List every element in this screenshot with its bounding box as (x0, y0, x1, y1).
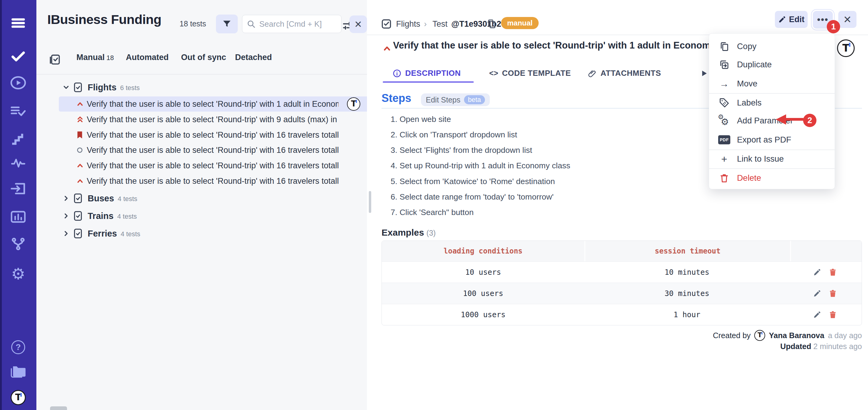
hamburger-menu-icon[interactable] (10, 15, 26, 31)
test-row[interactable]: Verify that the user is able to select '… (36, 112, 367, 127)
edit-row-icon[interactable] (813, 289, 821, 298)
annotation-badge-1: 1 (827, 20, 840, 33)
help-icon[interactable]: ? (11, 340, 25, 354)
test-row[interactable]: Verify that the user is able to select '… (36, 174, 367, 189)
menu-item-copy[interactable]: Copy (709, 38, 835, 55)
menu-label: Copy (737, 41, 756, 51)
edit-row-icon[interactable] (813, 311, 821, 319)
chevron-right-icon[interactable] (62, 229, 70, 238)
tab-label: Manual (76, 53, 105, 62)
gears-icon: ⚙⚙ (718, 116, 731, 125)
paperclip-icon (588, 69, 597, 78)
tab-out-of-sync[interactable]: Out of sync (181, 53, 226, 62)
copy-id-icon[interactable] (487, 18, 497, 30)
steps-stairs-icon[interactable] (11, 132, 26, 146)
test-row[interactable]: Verify that the user is able to select '… (36, 158, 367, 173)
tab-count: 18 (106, 54, 114, 62)
tree-group-trains[interactable]: Trains 4 tests (36, 208, 367, 224)
chevron-right-icon[interactable] (62, 194, 70, 202)
priority-high-icon (383, 44, 391, 54)
breadcrumb-test-label: Test (432, 20, 448, 29)
step-item: 4. Set up Round-trip with 1 adult in Eco… (391, 161, 570, 170)
tab-automated[interactable]: Automated (126, 53, 168, 62)
breadcrumb-section[interactable]: Flights (396, 20, 420, 29)
group-name: Trains (88, 211, 114, 221)
chevron-down-icon[interactable] (62, 84, 70, 91)
delete-row-icon[interactable] (829, 289, 837, 298)
group-name: Ferries (88, 229, 117, 239)
priority-high-icon (76, 100, 84, 108)
updated-line: Updated 2 minutes ago (780, 342, 862, 351)
tab-attachments[interactable]: ATTACHMENTS (588, 68, 661, 78)
priority-blocker-icon (76, 131, 84, 139)
tree-group-flights[interactable]: Flights 6 tests (36, 80, 367, 95)
breadcrumb-separator: › (424, 20, 427, 29)
assignee-avatar: T (347, 97, 360, 111)
menu-item-delete[interactable]: Delete (709, 169, 835, 187)
tab-description[interactable]: DESCRIPTION (393, 68, 461, 78)
search-input[interactable] (259, 20, 332, 29)
step-item: 1. Open web site (391, 115, 451, 124)
search-box[interactable] (242, 15, 341, 33)
test-title: Verify that the user is able to select '… (87, 177, 338, 186)
horizontal-scrollbar[interactable] (50, 406, 67, 410)
table-row: 1000 users 1 hour (382, 304, 862, 325)
tests-check-icon[interactable] (10, 48, 26, 64)
tab-label: Detached (235, 53, 272, 62)
select-tests-icon[interactable] (49, 53, 61, 65)
menu-divider (709, 168, 835, 169)
tab-detached[interactable]: Detached (235, 53, 272, 62)
cell-timeout: 30 minutes (584, 289, 789, 298)
group-count: 6 tests (120, 84, 140, 92)
test-title: Verify that the user is able to select '… (87, 161, 338, 170)
test-row[interactable]: Verify that the user is able to select '… (36, 127, 367, 143)
delete-row-icon[interactable] (829, 268, 837, 277)
chevron-right-icon[interactable] (62, 212, 70, 220)
gear-icon[interactable]: ⚙ (11, 266, 26, 282)
vertical-scrollbar[interactable] (369, 191, 371, 213)
edit-row-icon[interactable] (813, 268, 821, 277)
edit-button[interactable]: Edit (775, 11, 808, 28)
duplicate-icon (718, 59, 731, 70)
annotation-arrow-bar (785, 118, 804, 121)
projects-folder-icon[interactable] (10, 364, 26, 378)
menu-item-labels[interactable]: Labels (709, 94, 835, 112)
branch-icon[interactable] (11, 236, 26, 251)
testomat-logo[interactable]: T (11, 390, 26, 405)
tree-group-buses[interactable]: Buses 4 tests (36, 190, 367, 206)
checklist-icon[interactable] (10, 105, 26, 118)
plus-icon: + (718, 154, 731, 164)
menu-item-link-to-issue[interactable]: + Link to Issue (709, 150, 835, 168)
assignee-avatar-large[interactable]: T (837, 39, 855, 57)
tab-manual[interactable]: Manual18 (76, 53, 114, 62)
close-panel-button[interactable]: ✕ (349, 15, 367, 33)
test-row[interactable]: Verify that the user is able to select '… (36, 143, 367, 158)
edit-steps-button[interactable]: Edit Steps beta (421, 93, 490, 106)
table-row: 100 users 30 minutes (382, 283, 862, 304)
import-icon[interactable] (10, 181, 26, 196)
test-row[interactable]: Verify that the user is able to select '… (36, 96, 367, 112)
filter-button[interactable] (216, 14, 238, 33)
menu-item-move[interactable]: → Move (709, 75, 835, 93)
column-header: session timeout (585, 241, 790, 261)
bar-chart-icon[interactable] (10, 210, 26, 223)
tab-code-template[interactable]: <> CODE TEMPLATE (489, 68, 571, 78)
close-detail-button[interactable]: ✕ (838, 11, 857, 28)
active-tab-underline (383, 81, 474, 83)
cell-loading: 100 users (382, 289, 584, 298)
funnel-icon (222, 19, 232, 29)
runs-play-icon[interactable] (10, 76, 26, 90)
activity-pulse-icon[interactable] (11, 158, 26, 168)
priority-high-icon (76, 162, 84, 169)
menu-label: Duplicate (737, 60, 772, 69)
test-title: Verify that the user is able to select '… (87, 146, 338, 155)
step-item: 6. Select date range from 'today' to 'to… (391, 192, 554, 202)
column-header: loading conditions (382, 241, 584, 261)
steps-heading: Steps (381, 92, 411, 105)
delete-row-icon[interactable] (829, 311, 837, 319)
group-name: Buses (88, 193, 114, 203)
menu-item-export-pdf[interactable]: PDF Export as PDF (709, 131, 835, 149)
cell-loading: 10 users (382, 268, 584, 277)
menu-item-duplicate[interactable]: Duplicate (709, 56, 835, 73)
tree-group-ferries[interactable]: Ferries 4 tests (36, 226, 367, 242)
